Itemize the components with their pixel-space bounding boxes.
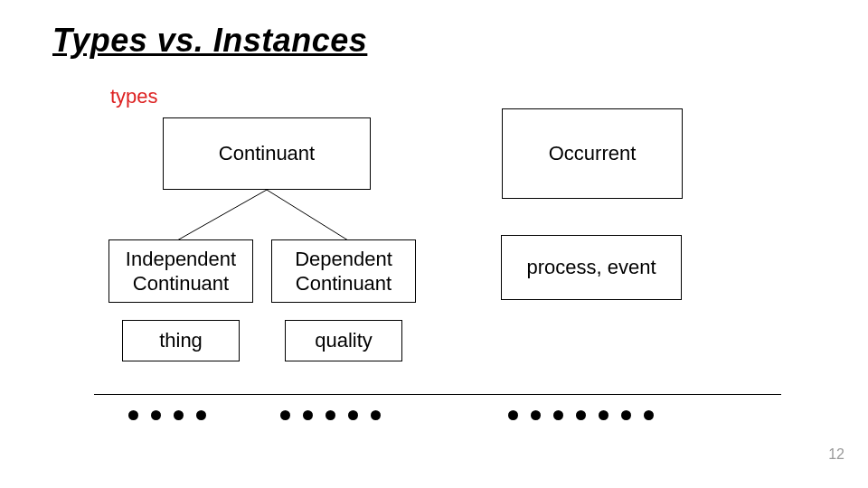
box-dependent-continuant: Dependent Continuant — [271, 239, 416, 303]
box-quality: quality — [285, 320, 402, 361]
page-number: 12 — [828, 446, 844, 463]
instance-dot — [371, 410, 381, 420]
instance-dot — [174, 410, 184, 420]
instance-dot — [348, 410, 358, 420]
slide-title: Types vs. Instances — [52, 22, 367, 60]
instance-dot — [508, 410, 518, 420]
instance-dot — [196, 410, 206, 420]
instance-dot — [644, 410, 654, 420]
box-thing-label: thing — [159, 328, 203, 353]
box-continuant-label: Continuant — [219, 141, 315, 166]
instance-dots-group-1 — [128, 410, 206, 420]
box-dependent-label: Dependent Continuant — [295, 247, 392, 296]
instance-dot — [280, 410, 290, 420]
instance-dot — [128, 410, 138, 420]
instance-dot — [151, 410, 161, 420]
divider-line — [94, 394, 781, 395]
instance-dot — [621, 410, 631, 420]
types-label: types — [110, 85, 158, 108]
box-independent-label: Independent Continuant — [126, 247, 236, 296]
instance-dots-group-2 — [280, 410, 381, 420]
instance-dot — [326, 410, 335, 420]
instance-dot — [303, 410, 313, 420]
box-continuant: Continuant — [163, 117, 371, 190]
svg-line-0 — [177, 190, 267, 240]
box-thing: thing — [122, 320, 240, 361]
box-process-label: process, event — [526, 255, 656, 280]
instance-dot — [599, 410, 609, 420]
box-process-event: process, event — [501, 235, 682, 300]
instance-dots-group-3 — [508, 410, 654, 420]
svg-line-1 — [267, 190, 348, 240]
box-occurrent-label: Occurrent — [549, 141, 637, 166]
instance-dot — [553, 410, 563, 420]
instance-dot — [576, 410, 586, 420]
box-quality-label: quality — [315, 328, 373, 353]
instance-dot — [531, 410, 541, 420]
box-occurrent: Occurrent — [502, 108, 683, 199]
box-independent-continuant: Independent Continuant — [108, 239, 253, 303]
